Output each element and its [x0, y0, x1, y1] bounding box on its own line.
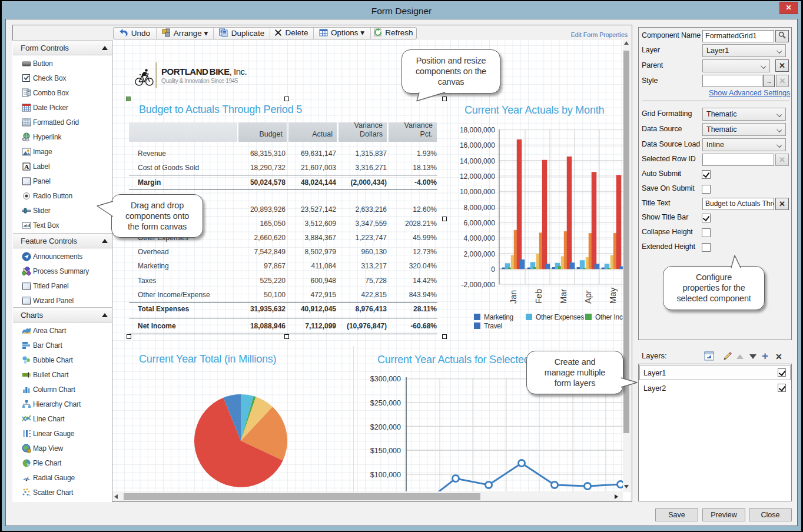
svg-text:12,000,000: 12,000,000 — [460, 172, 495, 181]
svg-text:Apr: Apr — [583, 290, 593, 304]
svg-text:-2,000,000: -2,000,000 — [462, 281, 496, 289]
svg-text:A: A — [24, 163, 29, 170]
svg-text:4,000,000: 4,000,000 — [464, 234, 496, 242]
svg-text:6,000,000: 6,000,000 — [464, 219, 496, 227]
svg-text:10,000,000: 10,000,000 — [460, 188, 495, 196]
svg-text:Feb: Feb — [534, 289, 543, 304]
svg-text:May: May — [608, 287, 618, 304]
svg-text:Other Expenses: Other Expenses — [536, 313, 584, 321]
svg-text:8,000,000: 8,000,000 — [464, 204, 496, 212]
svg-text:$150,000: $150,000 — [370, 447, 401, 455]
svg-text:Marketing: Marketing — [484, 313, 513, 321]
svg-text:Mar: Mar — [559, 289, 568, 304]
svg-text:$300,000: $300,000 — [370, 375, 401, 383]
svg-text:2,000,000: 2,000,000 — [464, 250, 496, 258]
svg-text:Jan: Jan — [509, 290, 518, 304]
svg-text:0: 0 — [491, 265, 495, 274]
svg-text:abl: abl — [24, 223, 29, 228]
svg-text:16,000,000: 16,000,000 — [460, 141, 495, 149]
svg-text:$200,000: $200,000 — [370, 423, 401, 431]
svg-text:$100,000: $100,000 — [370, 471, 401, 479]
svg-text:14,000,000: 14,000,000 — [460, 157, 495, 165]
svg-text:18,000,000: 18,000,000 — [460, 126, 495, 134]
svg-text:Other Inc: Other Inc — [595, 313, 623, 321]
svg-text:Travel: Travel — [484, 322, 502, 330]
svg-text:$250,000: $250,000 — [370, 399, 401, 407]
